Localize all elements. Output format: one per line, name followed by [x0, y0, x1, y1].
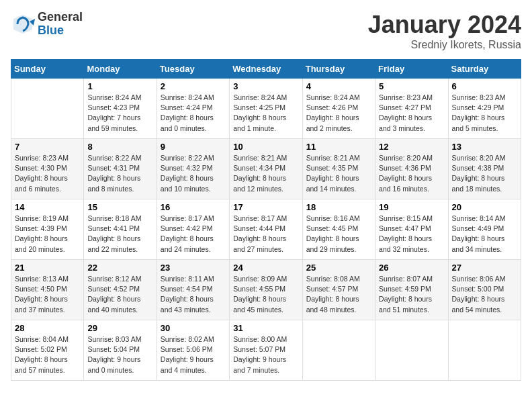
calendar-cell: 22Sunrise: 8:12 AMSunset: 4:52 PMDayligh…: [84, 260, 157, 320]
calendar-cell: 16Sunrise: 8:17 AMSunset: 4:42 PMDayligh…: [157, 199, 229, 260]
location: Sredniy Ikorets, Russia: [368, 39, 521, 51]
calendar-cell: 21Sunrise: 8:13 AMSunset: 4:50 PMDayligh…: [11, 260, 84, 320]
day-number: 11: [306, 142, 371, 152]
day-info: Sunrise: 8:23 AMSunset: 4:27 PMDaylight:…: [379, 93, 444, 134]
day-info: Sunrise: 8:22 AMSunset: 4:32 PMDaylight:…: [161, 153, 226, 194]
day-info: Sunrise: 8:12 AMSunset: 4:52 PMDaylight:…: [87, 274, 152, 315]
calendar-cell: 4Sunrise: 8:24 AMSunset: 4:26 PMDaylight…: [302, 79, 375, 139]
day-of-week-header: Saturday: [448, 60, 521, 79]
day-number: 18: [306, 202, 371, 212]
day-info: Sunrise: 8:24 AMSunset: 4:24 PMDaylight:…: [161, 93, 226, 134]
day-number: 8: [87, 142, 152, 152]
day-info: Sunrise: 8:06 AMSunset: 5:00 PMDaylight:…: [452, 274, 517, 315]
day-number: 22: [87, 263, 152, 273]
day-info: Sunrise: 8:21 AMSunset: 4:35 PMDaylight:…: [306, 153, 371, 194]
day-number: 15: [87, 202, 152, 212]
calendar-cell: 28Sunrise: 8:04 AMSunset: 5:02 PMDayligh…: [11, 320, 84, 381]
day-number: 6: [452, 81, 517, 91]
day-number: 26: [379, 263, 444, 273]
day-of-week-header: Monday: [84, 60, 157, 79]
day-number: 12: [379, 142, 444, 152]
day-number: 16: [161, 202, 226, 212]
calendar-cell: 24Sunrise: 8:09 AMSunset: 4:55 PMDayligh…: [230, 260, 302, 320]
calendar-header-row: SundayMondayTuesdayWednesdayThursdayFrid…: [11, 60, 521, 79]
day-number: 28: [15, 323, 80, 333]
day-number: 23: [161, 263, 226, 273]
calendar-cell: 27Sunrise: 8:06 AMSunset: 5:00 PMDayligh…: [448, 260, 521, 320]
calendar-cell: [302, 320, 375, 381]
month-title: January 2024: [368, 11, 521, 39]
day-info: Sunrise: 8:04 AMSunset: 5:02 PMDaylight:…: [15, 334, 80, 375]
calendar-cell: 12Sunrise: 8:20 AMSunset: 4:36 PMDayligh…: [375, 139, 448, 199]
calendar-cell: 19Sunrise: 8:15 AMSunset: 4:47 PMDayligh…: [375, 199, 448, 260]
logo-general-text: General: [38, 11, 83, 24]
day-info: Sunrise: 8:23 AMSunset: 4:30 PMDaylight:…: [15, 153, 80, 194]
calendar-cell: 31Sunrise: 8:00 AMSunset: 5:07 PMDayligh…: [230, 320, 302, 381]
day-number: 27: [452, 263, 517, 273]
calendar-cell: [375, 320, 448, 381]
calendar-cell: 26Sunrise: 8:07 AMSunset: 4:59 PMDayligh…: [375, 260, 448, 320]
calendar-cell: 29Sunrise: 8:03 AMSunset: 5:04 PMDayligh…: [84, 320, 157, 381]
day-number: 17: [233, 202, 298, 212]
calendar-cell: 18Sunrise: 8:16 AMSunset: 4:45 PMDayligh…: [302, 199, 375, 260]
day-info: Sunrise: 8:19 AMSunset: 4:39 PMDaylight:…: [15, 214, 80, 255]
day-of-week-header: Thursday: [302, 60, 375, 79]
day-number: 10: [233, 142, 298, 152]
calendar-cell: 7Sunrise: 8:23 AMSunset: 4:30 PMDaylight…: [11, 139, 84, 199]
calendar-cell: 8Sunrise: 8:22 AMSunset: 4:31 PMDaylight…: [84, 139, 157, 199]
day-number: 21: [15, 263, 80, 273]
calendar-cell: [11, 79, 84, 139]
day-info: Sunrise: 8:24 AMSunset: 4:25 PMDaylight:…: [233, 93, 298, 134]
day-info: Sunrise: 8:11 AMSunset: 4:54 PMDaylight:…: [161, 274, 226, 315]
day-info: Sunrise: 8:00 AMSunset: 5:07 PMDaylight:…: [233, 334, 298, 375]
calendar-cell: 14Sunrise: 8:19 AMSunset: 4:39 PMDayligh…: [11, 199, 84, 260]
day-info: Sunrise: 8:13 AMSunset: 4:50 PMDaylight:…: [15, 274, 80, 315]
title-block: January 2024 Sredniy Ikorets, Russia: [368, 11, 521, 51]
day-number: 13: [452, 142, 517, 152]
day-number: 2: [161, 81, 226, 91]
day-number: 14: [15, 202, 80, 212]
day-info: Sunrise: 8:16 AMSunset: 4:45 PMDaylight:…: [306, 214, 371, 255]
logo: General Blue: [11, 11, 83, 38]
calendar-cell: 17Sunrise: 8:17 AMSunset: 4:44 PMDayligh…: [230, 199, 302, 260]
day-info: Sunrise: 8:08 AMSunset: 4:57 PMDaylight:…: [306, 274, 371, 315]
page-header: General Blue January 2024 Sredniy Ikoret…: [11, 11, 521, 51]
calendar-week-row: 1Sunrise: 8:24 AMSunset: 4:23 PMDaylight…: [11, 79, 521, 139]
day-info: Sunrise: 8:02 AMSunset: 5:06 PMDaylight:…: [161, 334, 226, 375]
day-of-week-header: Wednesday: [230, 60, 302, 79]
calendar-week-row: 14Sunrise: 8:19 AMSunset: 4:39 PMDayligh…: [11, 199, 521, 260]
day-number: 9: [161, 142, 226, 152]
day-number: 4: [306, 81, 371, 91]
day-info: Sunrise: 8:20 AMSunset: 4:36 PMDaylight:…: [379, 153, 444, 194]
calendar-week-row: 21Sunrise: 8:13 AMSunset: 4:50 PMDayligh…: [11, 260, 521, 320]
day-number: 25: [306, 263, 371, 273]
day-info: Sunrise: 8:07 AMSunset: 4:59 PMDaylight:…: [379, 274, 444, 315]
day-of-week-header: Sunday: [11, 60, 84, 79]
day-info: Sunrise: 8:22 AMSunset: 4:31 PMDaylight:…: [87, 153, 152, 194]
day-info: Sunrise: 8:24 AMSunset: 4:26 PMDaylight:…: [306, 93, 371, 134]
day-number: 24: [233, 263, 298, 273]
logo-icon: [11, 12, 35, 36]
day-of-week-header: Friday: [375, 60, 448, 79]
day-info: Sunrise: 8:03 AMSunset: 5:04 PMDaylight:…: [87, 334, 152, 375]
calendar-cell: [448, 320, 521, 381]
day-info: Sunrise: 8:17 AMSunset: 4:44 PMDaylight:…: [233, 214, 298, 255]
calendar-cell: 25Sunrise: 8:08 AMSunset: 4:57 PMDayligh…: [302, 260, 375, 320]
day-info: Sunrise: 8:21 AMSunset: 4:34 PMDaylight:…: [233, 153, 298, 194]
day-number: 31: [233, 323, 298, 333]
day-info: Sunrise: 8:14 AMSunset: 4:49 PMDaylight:…: [452, 214, 517, 255]
day-info: Sunrise: 8:09 AMSunset: 4:55 PMDaylight:…: [233, 274, 298, 315]
calendar-cell: 23Sunrise: 8:11 AMSunset: 4:54 PMDayligh…: [157, 260, 229, 320]
day-number: 20: [452, 202, 517, 212]
day-number: 30: [161, 323, 226, 333]
calendar-cell: 5Sunrise: 8:23 AMSunset: 4:27 PMDaylight…: [375, 79, 448, 139]
calendar-cell: 30Sunrise: 8:02 AMSunset: 5:06 PMDayligh…: [157, 320, 229, 381]
calendar-cell: 20Sunrise: 8:14 AMSunset: 4:49 PMDayligh…: [448, 199, 521, 260]
day-info: Sunrise: 8:15 AMSunset: 4:47 PMDaylight:…: [379, 214, 444, 255]
day-number: 3: [233, 81, 298, 91]
day-info: Sunrise: 8:17 AMSunset: 4:42 PMDaylight:…: [161, 214, 226, 255]
calendar-week-row: 28Sunrise: 8:04 AMSunset: 5:02 PMDayligh…: [11, 320, 521, 381]
calendar-cell: 2Sunrise: 8:24 AMSunset: 4:24 PMDaylight…: [157, 79, 229, 139]
calendar-cell: 9Sunrise: 8:22 AMSunset: 4:32 PMDaylight…: [157, 139, 229, 199]
calendar-cell: 15Sunrise: 8:18 AMSunset: 4:41 PMDayligh…: [84, 199, 157, 260]
